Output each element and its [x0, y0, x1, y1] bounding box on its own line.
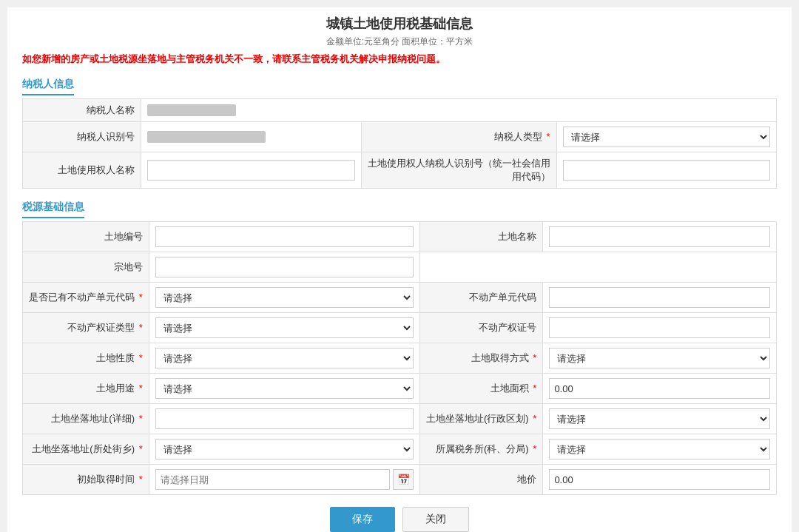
- land-area-input[interactable]: 0.00: [549, 378, 770, 399]
- land-price-input[interactable]: 0.00: [549, 469, 770, 490]
- tax-source-table: 土地编号 土地名称 宗地号: [22, 221, 777, 495]
- land-address-district-star: *: [533, 413, 536, 424]
- tax-office-label: 所属税务所(科、分局) *: [420, 434, 543, 465]
- id-value-cell: [141, 122, 362, 152]
- land-price-label: 地价: [420, 465, 543, 495]
- parcel-input[interactable]: [155, 257, 414, 277]
- land-use-value-cell: 请选择: [149, 374, 419, 404]
- id-label: 纳税人识别号: [23, 122, 141, 152]
- land-owner-id-label: 土地使用权人纳税人识别号（统一社会信用用代码）: [361, 152, 556, 189]
- property-cert-type-star: *: [139, 322, 143, 333]
- land-name-label: 土地名称: [420, 222, 543, 252]
- taxpayer-section-title-row: 纳税人信息: [22, 73, 777, 98]
- land-area-label: 土地面积 *: [420, 374, 543, 404]
- table-row: 土地编号 土地名称: [23, 222, 777, 252]
- property-cert-number-input[interactable]: [549, 317, 770, 338]
- table-row: 初始取得时间 * 📅 地价 0.00: [23, 465, 777, 495]
- table-row: 宗地号: [23, 252, 777, 283]
- land-owner-id-value-cell: [556, 152, 777, 189]
- type-value-cell: 请选择: [556, 122, 777, 152]
- buttons-row: 保存 关闭: [22, 507, 777, 532]
- land-use-label: 土地用途 *: [23, 374, 149, 404]
- land-address-detail-label: 土地坐落地址(详细) *: [23, 404, 149, 434]
- land-nature-select[interactable]: 请选择: [155, 348, 414, 368]
- table-row: 土地使用权人名称 土地使用权人纳税人识别号（统一社会信用用代码）: [23, 152, 777, 189]
- save-button[interactable]: 保存: [330, 507, 395, 532]
- tax-office-value-cell: 请选择: [543, 434, 777, 465]
- tax-office-star: *: [533, 443, 536, 454]
- initial-acquisition-value-cell: 📅: [149, 465, 419, 495]
- land-name-value-cell: [543, 222, 777, 252]
- has-property-unit-select[interactable]: 请选择: [155, 287, 414, 308]
- property-cert-type-label: 不动产权证类型 *: [23, 313, 149, 343]
- land-acquisition-star: *: [533, 352, 536, 363]
- land-acquisition-value-cell: 请选择: [543, 343, 777, 374]
- land-nature-value-cell: 请选择: [149, 343, 419, 374]
- land-address-detail-input[interactable]: [155, 408, 414, 429]
- land-address-street-label: 土地坐落地址(所处街乡) *: [23, 434, 149, 465]
- property-unit-code-input[interactable]: [549, 287, 770, 308]
- parcel-label: 宗地号: [23, 252, 149, 283]
- land-price-value-cell: 0.00: [543, 465, 777, 495]
- land-use-star: *: [139, 383, 143, 394]
- land-nature-label: 土地性质 *: [23, 343, 149, 374]
- calendar-icon[interactable]: 📅: [393, 469, 414, 490]
- page-container: 城镇土地使用税基础信息 金额单位:元至角分 面积单位：平方米 如您新增的房产或土…: [7, 7, 792, 532]
- initial-acquisition-input[interactable]: [155, 469, 390, 490]
- tax-source-section-header: 税源基础信息: [22, 201, 84, 218]
- property-cert-number-label: 不动产权证号: [420, 313, 543, 343]
- land-owner-input[interactable]: [147, 160, 355, 181]
- has-property-unit-value-cell: 请选择: [149, 283, 419, 313]
- tax-source-section-title-row: 税源基础信息: [22, 196, 777, 221]
- land-address-street-value-cell: 请选择: [149, 434, 419, 465]
- land-nature-star: *: [139, 352, 143, 363]
- taxpayer-id-blurred: [147, 131, 266, 143]
- parcel-empty-cell: [420, 252, 777, 283]
- close-button[interactable]: 关闭: [402, 507, 469, 532]
- land-address-street-select[interactable]: 请选择: [155, 439, 414, 459]
- land-number-input[interactable]: [155, 226, 414, 247]
- has-property-unit-label: 是否已有不动产单元代码 *: [23, 283, 149, 313]
- property-unit-code-label: 不动产单元代码: [420, 283, 543, 313]
- tax-office-select[interactable]: 请选择: [549, 439, 770, 459]
- tax-source-section: 税源基础信息 土地编号 土地名称 宗地号: [22, 196, 777, 495]
- taxpayer-table: 纳税人名称 纳税人识别号 纳税人类型 *: [22, 98, 777, 189]
- land-address-district-select[interactable]: 请选择: [549, 408, 770, 429]
- land-use-select[interactable]: 请选择: [155, 378, 414, 399]
- taxpayer-name-blurred: [147, 104, 236, 116]
- land-acquisition-select[interactable]: 请选择: [549, 348, 770, 368]
- land-address-detail-star: *: [139, 413, 143, 424]
- table-row: 是否已有不动产单元代码 * 请选择 不动产单元代码: [23, 283, 777, 313]
- land-owner-id-input[interactable]: [563, 160, 771, 181]
- land-acquisition-label: 土地取得方式 *: [420, 343, 543, 374]
- table-row: 不动产权证类型 * 请选择 不动产权证号: [23, 313, 777, 343]
- land-address-detail-value-cell: [149, 404, 419, 434]
- property-cert-type-select[interactable]: 请选择: [155, 317, 414, 338]
- land-owner-label: 土地使用权人名称: [23, 152, 141, 189]
- taxpayer-section-header: 纳税人信息: [22, 78, 74, 95]
- table-row: 土地坐落地址(所处街乡) * 请选择 所属税务所(科、分局) *: [23, 434, 777, 465]
- name-label: 纳税人名称: [23, 99, 141, 122]
- land-area-star: *: [533, 383, 536, 394]
- property-unit-code-value-cell: [543, 283, 777, 313]
- property-cert-number-value-cell: [543, 313, 777, 343]
- taxpayer-section: 纳税人信息 纳税人名称 纳税人识别号 纳税人类型: [22, 73, 777, 189]
- has-property-unit-star: *: [139, 292, 143, 303]
- page-title: 城镇土地使用税基础信息: [22, 15, 777, 33]
- land-address-street-star: *: [139, 443, 143, 454]
- initial-acquisition-star: *: [139, 474, 143, 485]
- taxpayer-type-select[interactable]: 请选择: [563, 127, 771, 147]
- land-address-district-label: 土地坐落地址(行政区划) *: [420, 404, 543, 434]
- table-row: 土地用途 * 请选择 土地面积 * 0.00: [23, 374, 777, 404]
- land-name-input[interactable]: [549, 226, 770, 247]
- type-label: 纳税人类型 *: [361, 122, 556, 152]
- land-number-value-cell: [149, 222, 419, 252]
- land-number-label: 土地编号: [23, 222, 149, 252]
- table-row: 土地坐落地址(详细) * 土地坐落地址(行政区划) * 请选择: [23, 404, 777, 434]
- land-area-value-cell: 0.00: [543, 374, 777, 404]
- table-row: 纳税人识别号 纳税人类型 * 请选择: [23, 122, 777, 152]
- parcel-value-cell: [149, 252, 419, 283]
- land-owner-value-cell: [141, 152, 362, 189]
- initial-acquisition-label: 初始取得时间 *: [23, 465, 149, 495]
- land-address-district-value-cell: 请选择: [543, 404, 777, 434]
